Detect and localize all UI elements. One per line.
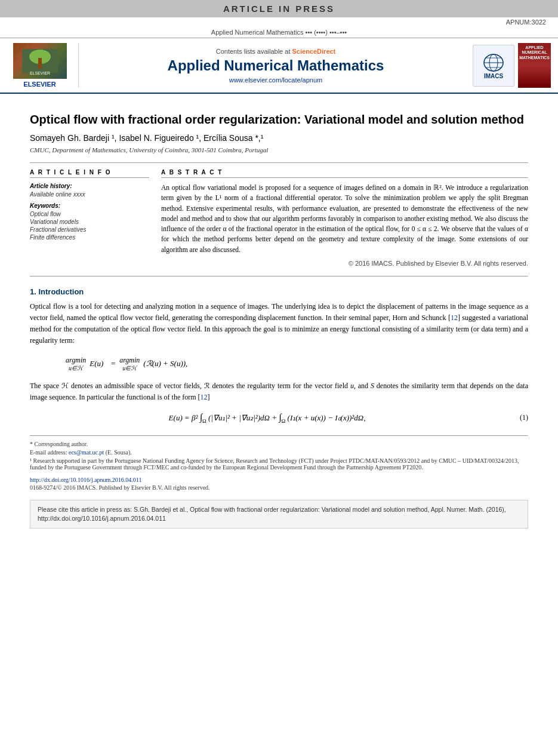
keywords-label: Keywords: <box>30 202 149 209</box>
abstract-column: A B S T R A C T An optical flow variatio… <box>161 169 528 267</box>
svg-rect-2 <box>38 58 42 69</box>
article-in-press-banner: ARTICLE IN PRESS <box>0 0 558 17</box>
journal-header-center: Contents lists available at ScienceDirec… <box>85 43 467 88</box>
apnum-reference: APNUM:3022 <box>0 17 558 27</box>
authors-line: Somayeh Gh. Bardeji ¹, Isabel N. Figueir… <box>30 133 528 143</box>
footnote-email: E-mail address: ecs@mat.uc.pt (E. Sousa)… <box>30 449 528 456</box>
paper-title: Optical flow with fractional order regul… <box>30 112 528 127</box>
footnote-corresponding-author: * Corresponding author. <box>30 441 528 447</box>
article-history-label: Article history: <box>30 183 149 189</box>
footnote-1: ¹ Research supported in part by the Port… <box>30 457 528 471</box>
ref-12-link[interactable]: 12 <box>451 314 458 322</box>
article-info-abstract-layout: A R T I C L E I N F O Article history: A… <box>30 169 528 267</box>
keyword-variational-models: Variational models <box>30 219 149 225</box>
section-1-heading: 1. Introduction <box>30 287 528 296</box>
abstract-header: A B S T R A C T <box>161 169 528 178</box>
abstract-text: An optical flow variational model is pro… <box>161 183 528 255</box>
section-1-paragraph-1: Optical flow is a tool for detecting and… <box>30 301 528 347</box>
elsevier-logo-image: ELSEVIER <box>13 43 67 79</box>
divider-1 <box>30 162 528 163</box>
svg-text:ELSEVIER: ELSEVIER <box>29 71 50 75</box>
keyword-finite-differences: Finite differences <box>30 234 149 241</box>
journal-cover-text: APPLIED NUMERICAL MATHEMATICS <box>518 45 551 60</box>
equation-1: E(u) = β² ∫Ω (|∇u₁|² + |∇u₂|²)dΩ + ∫Ω (I… <box>30 412 528 424</box>
elsevier-logo-area: ELSEVIER ELSEVIER <box>7 43 79 88</box>
science-direct-link[interactable]: ScienceDirect <box>292 48 336 55</box>
doi-link[interactable]: http://dx.doi.org/10.1016/j.apnum.2016.0… <box>30 477 528 483</box>
divider-2 <box>30 276 528 276</box>
article-info-column: A R T I C L E I N F O Article history: A… <box>30 169 149 267</box>
equation-1-number: (1) <box>504 413 528 422</box>
article-info-header: A R T I C L E I N F O <box>30 169 149 178</box>
journal-title: Applied Numerical Mathematics <box>168 57 384 74</box>
abstract-copyright: © 2016 IMACS. Published by Elsevier B.V.… <box>161 260 528 267</box>
argmin-formula: argmin u∈ℋ E(u) = argmin u∈ℋ (ℛ(u) + S(u… <box>66 356 528 371</box>
equation-1-content: E(u) = β² ∫Ω (|∇u₁|² + |∇u₂|²)dΩ + ∫Ω (I… <box>30 412 504 424</box>
doi-section: http://dx.doi.org/10.1016/j.apnum.2016.0… <box>30 477 528 491</box>
imacs-text: IMACS <box>484 73 503 79</box>
article-history-value: Available online xxxx <box>30 191 149 198</box>
science-direct-line: Contents lists available at ScienceDirec… <box>216 48 336 55</box>
journal-cover-image: APPLIED NUMERICAL MATHEMATICS <box>518 43 551 88</box>
citation-box: Please cite this article in press as: S.… <box>30 500 528 528</box>
section-1-paragraph-2: The space ℋ denotes an admissible space … <box>30 380 528 403</box>
journal-reference-line: Applied Numerical Mathematics ••• (••••)… <box>0 27 558 38</box>
right-logos-area: IMACS APPLIED NUMERICAL MATHEMATICS <box>473 43 551 88</box>
elsevier-text: ELSEVIER <box>23 81 56 88</box>
doi-copyright: 0168-9274/© 2016 IMACS. Published by Els… <box>30 484 528 491</box>
journal-url[interactable]: www.elsevier.com/locate/apnum <box>229 76 323 84</box>
keyword-optical-flow: Optical flow <box>30 211 149 217</box>
ref-12-link-2[interactable]: 12 <box>201 393 208 401</box>
keyword-fractional-derivatives: Fractional derivatives <box>30 226 149 233</box>
footnotes-section: * Corresponding author. E-mail address: … <box>30 435 528 471</box>
journal-header: ELSEVIER ELSEVIER Contents lists availab… <box>0 38 558 94</box>
main-content: Optical flow with fractional order regul… <box>0 94 558 534</box>
footnote-email-link[interactable]: ecs@mat.uc.pt <box>69 449 104 456</box>
affiliation-line: CMUC, Department of Mathematics, Univers… <box>30 146 528 153</box>
imacs-logo: IMACS <box>473 45 514 87</box>
